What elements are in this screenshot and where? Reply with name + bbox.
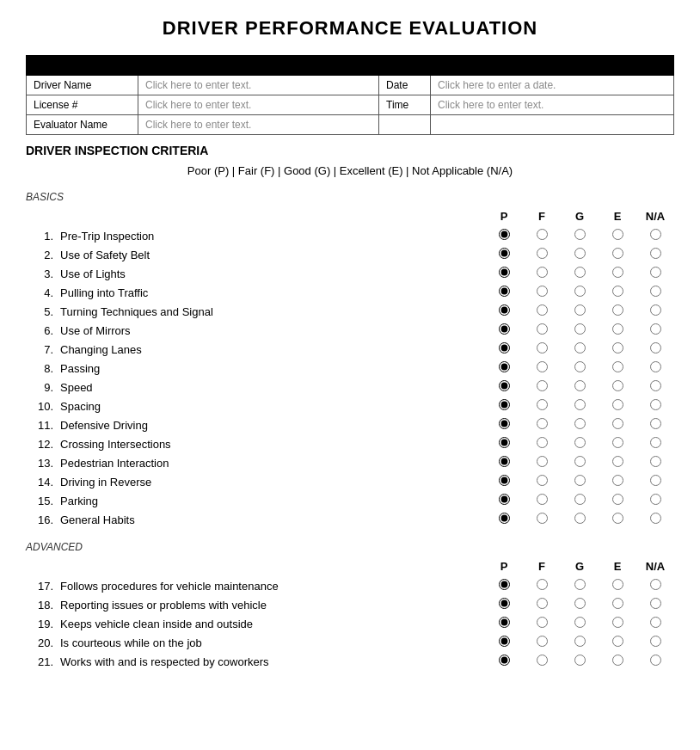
radio-p[interactable] bbox=[499, 617, 510, 628]
radio-f[interactable] bbox=[537, 437, 548, 448]
radio-na[interactable] bbox=[650, 323, 661, 335]
radio-cell-p[interactable] bbox=[485, 434, 523, 453]
radio-na[interactable] bbox=[650, 418, 661, 429]
radio-cell-e[interactable] bbox=[599, 340, 636, 359]
radio-f[interactable] bbox=[537, 380, 548, 391]
radio-e[interactable] bbox=[612, 513, 623, 524]
radio-g[interactable] bbox=[574, 286, 586, 297]
radio-cell-na[interactable] bbox=[636, 397, 674, 415]
radio-cell-g[interactable] bbox=[561, 321, 599, 340]
radio-p[interactable] bbox=[499, 513, 510, 524]
radio-f[interactable] bbox=[537, 494, 548, 505]
radio-cell-na[interactable] bbox=[636, 321, 674, 340]
radio-cell-na[interactable] bbox=[636, 415, 674, 434]
radio-g[interactable] bbox=[574, 598, 586, 609]
radio-f[interactable] bbox=[537, 342, 548, 353]
radio-cell-f[interactable] bbox=[523, 491, 561, 510]
radio-cell-f[interactable] bbox=[523, 245, 561, 264]
radio-f[interactable] bbox=[537, 475, 548, 486]
radio-g[interactable] bbox=[574, 418, 586, 429]
radio-cell-g[interactable] bbox=[561, 595, 599, 614]
radio-e[interactable] bbox=[612, 617, 623, 628]
radio-na[interactable] bbox=[650, 494, 661, 505]
radio-cell-f[interactable] bbox=[523, 595, 561, 614]
radio-cell-e[interactable] bbox=[599, 283, 636, 302]
radio-cell-f[interactable] bbox=[523, 397, 561, 415]
radio-cell-p[interactable] bbox=[485, 472, 523, 491]
radio-e[interactable] bbox=[612, 267, 623, 278]
radio-e[interactable] bbox=[612, 494, 623, 505]
radio-f[interactable] bbox=[537, 361, 548, 372]
radio-cell-p[interactable] bbox=[485, 415, 523, 434]
radio-cell-g[interactable] bbox=[561, 397, 599, 415]
radio-e[interactable] bbox=[612, 456, 623, 467]
radio-cell-na[interactable] bbox=[636, 302, 674, 321]
radio-cell-g[interactable] bbox=[561, 226, 599, 245]
radio-cell-f[interactable] bbox=[523, 434, 561, 453]
radio-cell-na[interactable] bbox=[636, 283, 674, 302]
radio-cell-e[interactable] bbox=[599, 510, 636, 529]
radio-cell-e[interactable] bbox=[599, 397, 636, 415]
radio-cell-p[interactable] bbox=[485, 321, 523, 340]
radio-cell-g[interactable] bbox=[561, 359, 599, 378]
radio-cell-p[interactable] bbox=[485, 264, 523, 283]
radio-cell-na[interactable] bbox=[636, 595, 674, 614]
radio-cell-g[interactable] bbox=[561, 453, 599, 472]
radio-cell-g[interactable] bbox=[561, 472, 599, 491]
radio-e[interactable] bbox=[612, 655, 623, 666]
radio-na[interactable] bbox=[650, 399, 661, 410]
radio-g[interactable] bbox=[574, 248, 586, 259]
radio-na[interactable] bbox=[650, 655, 661, 666]
radio-g[interactable] bbox=[574, 579, 586, 590]
radio-p[interactable] bbox=[499, 655, 510, 666]
radio-f[interactable] bbox=[537, 636, 548, 647]
radio-cell-g[interactable] bbox=[561, 302, 599, 321]
radio-f[interactable] bbox=[537, 579, 548, 590]
radio-na[interactable] bbox=[650, 229, 661, 240]
radio-na[interactable] bbox=[650, 437, 661, 448]
radio-cell-p[interactable] bbox=[485, 340, 523, 359]
radio-cell-p[interactable] bbox=[485, 633, 523, 652]
radio-f[interactable] bbox=[537, 323, 548, 335]
radio-p[interactable] bbox=[499, 323, 510, 335]
radio-cell-e[interactable] bbox=[599, 245, 636, 264]
radio-na[interactable] bbox=[650, 342, 661, 353]
radio-cell-e[interactable] bbox=[599, 264, 636, 283]
radio-cell-f[interactable] bbox=[523, 614, 561, 633]
radio-cell-f[interactable] bbox=[523, 283, 561, 302]
radio-cell-p[interactable] bbox=[485, 510, 523, 529]
radio-na[interactable] bbox=[650, 456, 661, 467]
radio-cell-f[interactable] bbox=[523, 652, 561, 671]
radio-p[interactable] bbox=[499, 418, 510, 429]
radio-na[interactable] bbox=[650, 248, 661, 259]
radio-cell-p[interactable] bbox=[485, 595, 523, 614]
radio-e[interactable] bbox=[612, 304, 623, 316]
radio-na[interactable] bbox=[650, 617, 661, 628]
radio-cell-na[interactable] bbox=[636, 491, 674, 510]
radio-cell-e[interactable] bbox=[599, 434, 636, 453]
radio-g[interactable] bbox=[574, 267, 586, 278]
radio-na[interactable] bbox=[650, 361, 661, 372]
radio-cell-f[interactable] bbox=[523, 302, 561, 321]
radio-p[interactable] bbox=[499, 229, 510, 240]
radio-na[interactable] bbox=[650, 579, 661, 590]
radio-e[interactable] bbox=[612, 399, 623, 410]
evaluator-value[interactable]: Click here to enter text. bbox=[138, 115, 379, 135]
radio-cell-na[interactable] bbox=[636, 633, 674, 652]
radio-p[interactable] bbox=[499, 494, 510, 505]
radio-na[interactable] bbox=[650, 598, 661, 609]
radio-p[interactable] bbox=[499, 380, 510, 391]
radio-na[interactable] bbox=[650, 636, 661, 647]
radio-cell-f[interactable] bbox=[523, 472, 561, 491]
radio-cell-e[interactable] bbox=[599, 491, 636, 510]
radio-cell-g[interactable] bbox=[561, 378, 599, 397]
radio-g[interactable] bbox=[574, 494, 586, 505]
radio-e[interactable] bbox=[612, 598, 623, 609]
radio-p[interactable] bbox=[499, 342, 510, 353]
radio-cell-f[interactable] bbox=[523, 321, 561, 340]
radio-cell-e[interactable] bbox=[599, 321, 636, 340]
radio-cell-p[interactable] bbox=[485, 491, 523, 510]
radio-e[interactable] bbox=[612, 636, 623, 647]
radio-g[interactable] bbox=[574, 617, 586, 628]
radio-cell-f[interactable] bbox=[523, 226, 561, 245]
